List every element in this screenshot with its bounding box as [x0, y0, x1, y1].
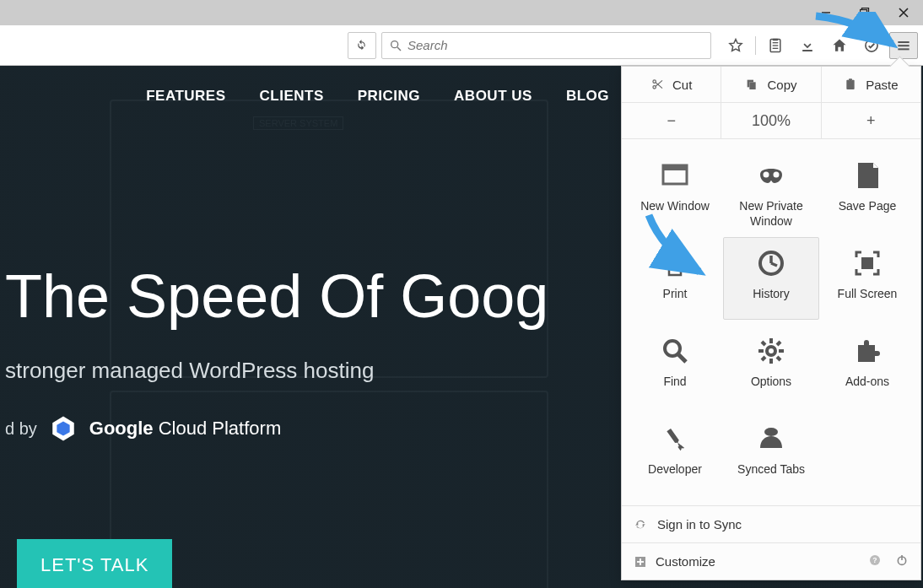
scissors-icon	[650, 78, 664, 91]
svg-point-41	[767, 347, 775, 355]
zoom-level[interactable]: 100%	[721, 103, 820, 138]
window-titlebar	[0, 0, 923, 25]
menu-item-private-label: New Private Window	[724, 199, 818, 229]
svg-point-30	[774, 172, 780, 178]
svg-line-4	[397, 47, 401, 51]
copy-icon	[745, 78, 758, 91]
developer-icon	[658, 422, 692, 456]
menu-item-addons-label: Add-ons	[845, 375, 889, 390]
svg-point-39	[665, 341, 680, 356]
menu-customize[interactable]: Customize	[634, 554, 715, 569]
svg-marker-31	[873, 163, 878, 168]
synced-tabs-icon	[754, 422, 788, 456]
hamburger-menu-panel: Cut Copy Paste − 100% + New WindowNew Pr…	[621, 66, 921, 580]
nav-clients[interactable]: CLIENTS	[260, 88, 324, 105]
private-icon	[754, 159, 788, 192]
svg-line-40	[678, 354, 686, 362]
paste-icon	[844, 78, 857, 91]
sync-icon	[634, 518, 647, 531]
menu-item-developer[interactable]: Developer	[627, 413, 723, 495]
menu-item-fullscreen-label: Full Screen	[838, 287, 898, 302]
menu-item-history[interactable]: History	[723, 237, 819, 320]
menu-customize-label: Customize	[656, 554, 715, 569]
menu-sync-label: Sign in to Sync	[657, 517, 742, 531]
menu-item-find-label: Find	[663, 375, 686, 390]
menu-item-options-label: Options	[751, 375, 791, 390]
nav-features[interactable]: FEATURES	[146, 88, 225, 105]
svg-rect-38	[861, 257, 873, 269]
svg-rect-23	[750, 82, 756, 89]
zoom-out[interactable]: −	[622, 103, 721, 138]
menu-cut[interactable]: Cut	[622, 67, 721, 102]
find-icon	[658, 334, 692, 368]
search-icon	[389, 39, 402, 52]
svg-rect-57	[901, 555, 903, 560]
menu-cut-label: Cut	[672, 78, 692, 92]
menu-paste-label: Paste	[866, 78, 898, 92]
new-window-icon	[658, 159, 692, 192]
browser-toolbar	[0, 25, 923, 66]
annotation-arrow-hamburger	[812, 12, 904, 54]
powered-by-text: d by	[5, 419, 37, 439]
zoom-in[interactable]: +	[821, 103, 920, 138]
menu-item-developer-label: Developer	[648, 462, 702, 477]
search-input[interactable]	[408, 38, 704, 52]
nav-pricing[interactable]: PRICING	[358, 88, 420, 105]
gcp-brand-text: Google Cloud Platform	[89, 418, 281, 440]
menu-power-button[interactable]	[895, 553, 909, 569]
lets-talk-button[interactable]: LET'S TALK	[17, 539, 172, 588]
nav-about-us[interactable]: ABOUT US	[454, 88, 532, 105]
menu-item-private[interactable]: New Private Window	[723, 149, 819, 232]
svg-point-29	[764, 172, 769, 178]
svg-line-37	[771, 263, 777, 266]
menu-item-synced-tabs[interactable]: Synced Tabs	[723, 413, 819, 495]
svg-rect-9	[773, 38, 779, 40]
menu-item-fullscreen[interactable]: Full Screen	[819, 237, 915, 320]
svg-line-49	[762, 357, 765, 360]
svg-rect-53	[637, 561, 644, 563]
menu-sign-in-sync[interactable]: Sign in to Sync	[622, 505, 920, 542]
menu-copy-label: Copy	[767, 78, 796, 92]
svg-text:?: ?	[872, 556, 877, 564]
svg-rect-28	[663, 165, 687, 170]
menu-item-print-label: Print	[663, 287, 688, 302]
menu-help-button[interactable]: ?	[868, 553, 882, 569]
svg-line-46	[762, 342, 765, 345]
svg-line-48	[777, 342, 780, 345]
options-icon	[754, 334, 788, 368]
svg-rect-24	[846, 80, 854, 89]
menu-item-synced-tabs-label: Synced Tabs	[737, 462, 805, 477]
menu-item-save-page[interactable]: Save Page	[819, 149, 915, 232]
menu-copy[interactable]: Copy	[721, 67, 820, 102]
svg-line-47	[777, 357, 780, 360]
menu-item-options[interactable]: Options	[723, 325, 819, 407]
fullscreen-icon	[850, 246, 884, 280]
annotation-arrow-history	[632, 211, 716, 287]
save-page-icon	[850, 159, 884, 192]
nav-blog[interactable]: BLOG	[566, 88, 609, 105]
svg-rect-26	[849, 78, 852, 81]
svg-point-3	[391, 40, 398, 47]
menu-item-history-label: History	[753, 287, 790, 302]
reader-list-button[interactable]	[761, 32, 790, 59]
history-icon	[754, 246, 788, 280]
menu-item-addons[interactable]: Add-ons	[819, 325, 915, 407]
menu-item-save-page-label: Save Page	[839, 199, 897, 214]
plus-box-icon	[634, 555, 647, 569]
menu-item-find[interactable]: Find	[627, 325, 723, 407]
svg-point-50	[764, 428, 778, 436]
addons-icon	[850, 334, 884, 368]
menu-paste[interactable]: Paste	[821, 67, 920, 102]
reload-button[interactable]	[348, 32, 376, 59]
gcp-logo-icon	[49, 414, 78, 443]
search-box[interactable]	[381, 32, 711, 59]
bookmark-star-button[interactable]	[721, 32, 750, 59]
